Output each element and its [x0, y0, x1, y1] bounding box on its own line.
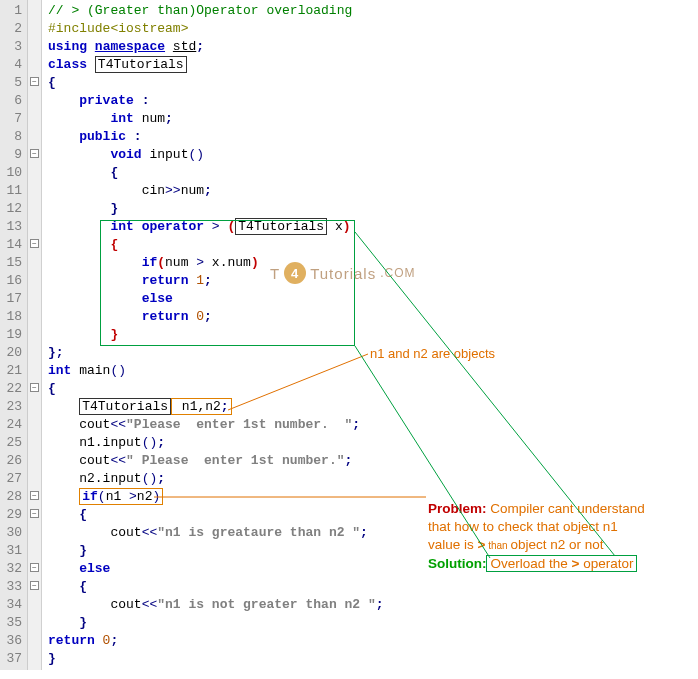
- line-number: 29: [4, 506, 25, 524]
- var-type: T4Tutorials: [79, 398, 171, 415]
- fold-marker[interactable]: −: [28, 504, 41, 522]
- fold-marker[interactable]: −: [28, 558, 41, 576]
- var-decl: n1,n2;: [171, 398, 232, 415]
- line-number: 28: [4, 488, 25, 506]
- line-number: 16: [4, 272, 25, 290]
- fold-marker[interactable]: −: [28, 144, 41, 162]
- watermark: T 4 Tutorials .COM: [270, 262, 415, 284]
- line-number: 4: [4, 56, 25, 74]
- line-number: 11: [4, 182, 25, 200]
- line-number: 2: [4, 20, 25, 38]
- line-number: 25: [4, 434, 25, 452]
- fold-gutter: − − − − − − − −: [28, 0, 42, 670]
- line-number: 24: [4, 416, 25, 434]
- line-number: 20: [4, 344, 25, 362]
- line-number: 13: [4, 218, 25, 236]
- line-number: 9: [4, 146, 25, 164]
- line-number: 36: [4, 632, 25, 650]
- line-number: 8: [4, 128, 25, 146]
- line-number: 19: [4, 326, 25, 344]
- fold-marker[interactable]: −: [28, 576, 41, 594]
- line-number: 31: [4, 542, 25, 560]
- line-number: 30: [4, 524, 25, 542]
- line-number: 15: [4, 254, 25, 272]
- line-number: 18: [4, 308, 25, 326]
- line-number: 12: [4, 200, 25, 218]
- line-number: 33: [4, 578, 25, 596]
- line-number: 37: [4, 650, 25, 668]
- line-number: 5: [4, 74, 25, 92]
- line-number: 22: [4, 380, 25, 398]
- line-number-gutter: 1 2 3 4 5 6 7 8 9 10 11 12 13 14 15 16 1…: [0, 0, 28, 670]
- line-number: 26: [4, 452, 25, 470]
- line-number: 27: [4, 470, 25, 488]
- line-number: 7: [4, 110, 25, 128]
- line-number: 21: [4, 362, 25, 380]
- line-number: 34: [4, 596, 25, 614]
- line-number: 17: [4, 290, 25, 308]
- line-number: 35: [4, 614, 25, 632]
- code-comment: // > (Greater than)Operator overloading: [48, 3, 352, 18]
- line-number: 10: [4, 164, 25, 182]
- watermark-badge: 4: [284, 262, 306, 284]
- line-number: 3: [4, 38, 25, 56]
- fold-marker[interactable]: −: [28, 378, 41, 396]
- class-name: T4Tutorials: [95, 56, 187, 73]
- if-condition: if(n1 >n2): [79, 488, 163, 505]
- line-number: 32: [4, 560, 25, 578]
- line-number: 14: [4, 236, 25, 254]
- fold-marker[interactable]: −: [28, 486, 41, 504]
- line-number: 6: [4, 92, 25, 110]
- line-number: 1: [4, 2, 25, 20]
- line-number: 23: [4, 398, 25, 416]
- fold-marker[interactable]: −: [28, 234, 41, 252]
- annotation-problem-solution: Problem: Compiler cant understand that h…: [428, 500, 688, 573]
- fold-marker[interactable]: −: [28, 72, 41, 90]
